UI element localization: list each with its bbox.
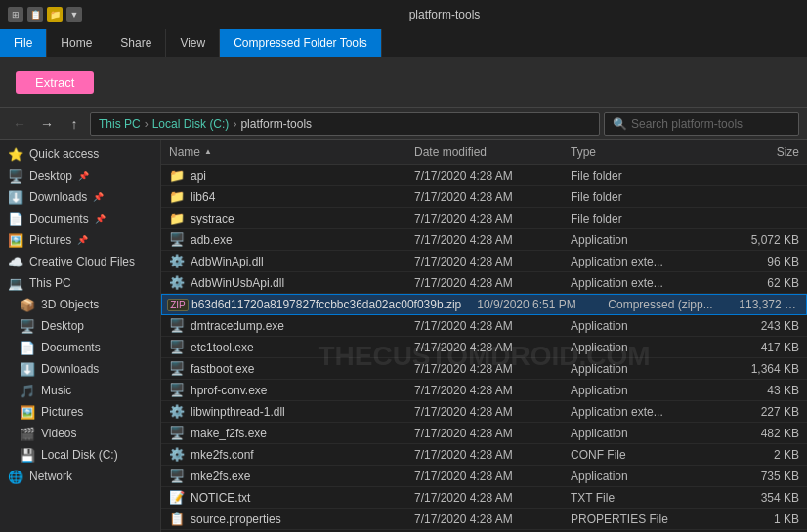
search-box[interactable]: 🔍 Search platform-tools — [604, 112, 799, 136]
sidebar-label-network: Network — [29, 470, 72, 483]
col-header-size[interactable]: Size — [719, 145, 807, 159]
ribbon-tabs: File Home Share View Compressed Folder T… — [0, 29, 807, 57]
tab-file[interactable]: File — [0, 29, 47, 57]
col-header-name[interactable]: Name ▲ — [161, 145, 406, 159]
tab-home[interactable]: Home — [47, 29, 106, 57]
file-icon: ZIP — [170, 297, 186, 312]
path-current: platform-tools — [240, 117, 312, 131]
extract-label: Extract — [16, 71, 94, 94]
table-row[interactable]: 🖥️ etc1tool.exe 7/17/2020 4:28 AM Applic… — [161, 337, 807, 358]
col-header-date[interactable]: Date modified — [406, 145, 563, 159]
file-name: adb.exe — [191, 233, 233, 247]
file-type: File folder — [563, 212, 719, 225]
table-row[interactable]: ⚙️ mke2fs.conf 7/17/2020 4:28 AM CONF Fi… — [161, 444, 807, 466]
file-size: 354 KB — [719, 491, 807, 505]
sidebar-label-documents: Documents — [29, 212, 89, 225]
sidebar-item-this-pc[interactable]: 💻 This PC — [0, 272, 160, 294]
sidebar-item-creative-cloud[interactable]: ☁️ Creative Cloud Files — [0, 251, 160, 272]
table-row[interactable]: 📁 systrace 7/17/2020 4:28 AM File folder — [161, 208, 807, 229]
file-name-cell: 🖥️ etc1tool.exe — [161, 340, 406, 355]
file-name: AdbWinApi.dll — [191, 255, 264, 268]
sidebar-label-downloads: Downloads — [29, 190, 87, 204]
tab-compressed-folder-tools[interactable]: Compressed Folder Tools — [220, 29, 382, 57]
table-row[interactable]: 📋 source.properties 7/17/2020 4:28 AM PR… — [161, 509, 807, 530]
desktop-pin-icon: 📌 — [78, 171, 89, 181]
file-icon: 🖥️ — [169, 383, 185, 398]
table-row[interactable]: ⚙️ libwinpthread-1.dll 7/17/2020 4:28 AM… — [161, 401, 807, 423]
file-icon: 📁 — [169, 168, 185, 184]
path-this-pc[interactable]: This PC — [99, 117, 141, 131]
tab-share[interactable]: Share — [106, 29, 166, 57]
forward-button[interactable]: → — [35, 112, 59, 136]
file-date: 7/17/2020 4:28 AM — [406, 276, 563, 290]
table-row[interactable]: 🖥️ fastboot.exe 7/17/2020 4:28 AM Applic… — [161, 358, 807, 380]
sidebar-label-pictures: Pictures — [29, 233, 71, 247]
file-name: mke2fs.exe — [191, 470, 250, 483]
file-date: 7/17/2020 4:28 AM — [406, 405, 563, 419]
sidebar-item-desktop2[interactable]: 🖥️ Desktop — [0, 315, 160, 337]
file-icon: ⚙️ — [169, 447, 185, 463]
sidebar-item-3d-objects[interactable]: 📦 3D Objects — [0, 294, 160, 315]
back-button[interactable]: ← — [8, 112, 31, 136]
sidebar-item-videos[interactable]: 🎬 Videos — [0, 423, 160, 444]
sidebar-item-pictures2[interactable]: 🖼️ Pictures — [0, 401, 160, 423]
file-name-cell: 📝 NOTICE.txt — [161, 490, 406, 506]
file-icon: 🖥️ — [169, 469, 185, 484]
address-path[interactable]: This PC › Local Disk (C:) › platform-too… — [90, 112, 600, 136]
file-size: 735 KB — [719, 470, 807, 483]
file-name-cell: 🖥️ dmtracedump.exe — [161, 318, 406, 334]
sidebar-item-documents2[interactable]: 📄 Documents — [0, 337, 160, 358]
sidebar-label-documents2: Documents — [41, 341, 101, 354]
file-date: 7/17/2020 4:28 AM — [406, 190, 563, 204]
sidebar-item-network[interactable]: 🌐 Network — [0, 466, 160, 487]
title-bar: ⊞ 📋 📁 ▼ platform-tools — [0, 0, 807, 29]
downloads-pin-icon: 📌 — [93, 192, 104, 202]
table-row[interactable]: ⚙️ AdbWinUsbApi.dll 7/17/2020 4:28 AM Ap… — [161, 272, 807, 294]
table-row[interactable]: 🖥️ dmtracedump.exe 7/17/2020 4:28 AM App… — [161, 315, 807, 337]
file-name-cell: 📁 api — [161, 168, 406, 184]
file-date: 7/17/2020 4:28 AM — [406, 212, 563, 225]
file-type: PROPERTIES File — [563, 512, 719, 526]
sidebar-item-local-disk[interactable]: 💾 Local Disk (C:) — [0, 444, 160, 466]
extract-button[interactable]: Extract — [8, 67, 102, 98]
local-disk-icon: 💾 — [20, 447, 35, 463]
music-icon: 🎵 — [20, 383, 35, 398]
file-type: Application exte... — [563, 276, 719, 290]
file-name: hprof-conv.exe — [191, 384, 268, 397]
downloads-icon: ⬇️ — [8, 189, 23, 205]
sidebar-item-music[interactable]: 🎵 Music — [0, 380, 160, 401]
desktop2-icon: 🖥️ — [20, 318, 35, 334]
sidebar-item-quick-access[interactable]: ⭐ Quick access — [0, 143, 160, 165]
file-name: source.properties — [191, 512, 281, 526]
sidebar-label-creative-cloud: Creative Cloud Files — [29, 255, 135, 268]
table-row[interactable]: 📁 api 7/17/2020 4:28 AM File folder — [161, 165, 807, 186]
file-name-cell: 🖥️ fastboot.exe — [161, 361, 406, 377]
path-local-disk[interactable]: Local Disk (C:) — [152, 117, 230, 131]
desktop-icon: 🖥️ — [8, 168, 23, 184]
file-size: 1 KB — [719, 512, 807, 526]
col-header-type[interactable]: Type — [563, 145, 719, 159]
file-type: Application — [563, 362, 719, 376]
table-row[interactable]: 📝 NOTICE.txt 7/17/2020 4:28 AM TXT File … — [161, 487, 807, 509]
table-row[interactable]: 🖥️ mke2fs.exe 7/17/2020 4:28 AM Applicat… — [161, 466, 807, 487]
file-header: Name ▲ Date modified Type Size — [161, 140, 807, 165]
documents-pin-icon: 📌 — [95, 214, 106, 224]
up-button[interactable]: ↑ — [63, 112, 86, 136]
ribbon: File Home Share View Compressed Folder T… — [0, 29, 807, 108]
sidebar-item-downloads2[interactable]: ⬇️ Downloads — [0, 358, 160, 380]
table-row[interactable]: 📁 lib64 7/17/2020 4:28 AM File folder — [161, 186, 807, 208]
sidebar-item-documents[interactable]: 📄 Documents 📌 — [0, 208, 160, 229]
table-row[interactable]: 🖥️ adb.exe 7/17/2020 4:28 AM Application… — [161, 229, 807, 251]
pictures2-icon: 🖼️ — [20, 404, 35, 420]
creative-cloud-icon: ☁️ — [8, 254, 23, 269]
table-row[interactable]: 🖥️ make_f2fs.exe 7/17/2020 4:28 AM Appli… — [161, 423, 807, 444]
table-row[interactable]: ZIP b63d6d11720a8197827fccbbc36da02ac00f… — [161, 294, 807, 315]
table-row[interactable]: ⚙️ AdbWinApi.dll 7/17/2020 4:28 AM Appli… — [161, 251, 807, 272]
table-row[interactable]: 🖥️ hprof-conv.exe 7/17/2020 4:28 AM Appl… — [161, 380, 807, 401]
sidebar-item-pictures[interactable]: 🖼️ Pictures 📌 — [0, 229, 160, 251]
sidebar-item-downloads[interactable]: ⬇️ Downloads 📌 — [0, 186, 160, 208]
file-type: Application — [563, 233, 719, 247]
sidebar-item-desktop[interactable]: 🖥️ Desktop 📌 — [0, 165, 160, 186]
file-date: 7/17/2020 4:28 AM — [406, 470, 563, 483]
tab-view[interactable]: View — [166, 29, 220, 57]
